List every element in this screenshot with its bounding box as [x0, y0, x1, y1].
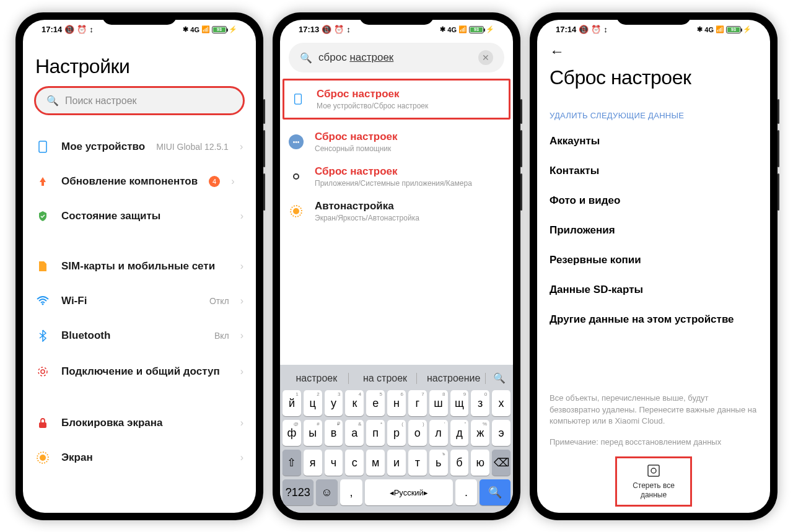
- sync-icon: ↕: [346, 25, 351, 34]
- erase-icon: [647, 464, 660, 477]
- back-button[interactable]: ←: [550, 37, 758, 60]
- phone-frame-2: 17:13 📵 ⏰ ↕ ✱ 4G 📶 93 ⚡ 🔍 сброс настроек…: [273, 12, 520, 520]
- settings-item-display[interactable]: Экран ›: [35, 440, 243, 475]
- search-icon: 🔍: [46, 95, 59, 107]
- search-result[interactable]: Сброс настроек Приложения/Системные прил…: [289, 159, 504, 194]
- key-а[interactable]: а&: [345, 420, 364, 446]
- key-ш[interactable]: ш8: [429, 390, 448, 416]
- key-э[interactable]: э: [492, 420, 510, 446]
- vibrate-icon: 📵: [64, 25, 74, 34]
- numeric-key[interactable]: ?123: [283, 479, 313, 505]
- key-к[interactable]: к4: [345, 390, 364, 416]
- settings-item-device[interactable]: Мое устройство MIUI Global 12.5.1 ›: [35, 129, 243, 164]
- chevron-icon: ›: [240, 366, 243, 377]
- status-time: 17:14: [556, 25, 576, 34]
- settings-item-bluetooth[interactable]: Bluetooth Вкл ›: [35, 318, 243, 353]
- settings-item-share[interactable]: Подключение и общий доступ ›: [35, 353, 243, 390]
- key-р[interactable]: р(: [387, 420, 406, 446]
- chevron-icon: ›: [240, 330, 243, 341]
- period-key[interactable]: .: [455, 479, 478, 505]
- search-input[interactable]: 🔍 Поиск настроек: [35, 87, 243, 114]
- search-result[interactable]: ••• Сброс настроек Сенсорный помощник: [289, 124, 504, 159]
- bluetooth-icon: ✱: [697, 25, 703, 33]
- svg-point-3: [38, 367, 47, 376]
- key-я[interactable]: я: [304, 450, 322, 476]
- key-ч[interactable]: ч: [325, 450, 343, 476]
- key-м[interactable]: м: [366, 450, 385, 476]
- keyboard-row-3: ⇧ ячсмитьъбю ⌫: [283, 450, 510, 476]
- bluetooth-icon: [35, 328, 50, 343]
- chevron-icon: ›: [240, 261, 243, 272]
- key-у[interactable]: у3: [325, 390, 343, 416]
- key-е[interactable]: е5: [366, 390, 385, 416]
- key-г[interactable]: г7: [408, 390, 427, 416]
- space-key[interactable]: ◂ Русский ▸: [365, 479, 453, 505]
- chevron-icon: ›: [231, 176, 234, 187]
- vibrate-icon: 📵: [579, 25, 589, 34]
- key-л[interactable]: л': [429, 420, 448, 446]
- key-ж[interactable]: ж%: [471, 420, 489, 446]
- key-ь[interactable]: ьъ: [429, 450, 448, 476]
- key-в[interactable]: в₽: [325, 420, 343, 446]
- chevron-icon: ›: [240, 452, 243, 463]
- key-с[interactable]: с: [345, 450, 364, 476]
- footer-warning: Все объекты, перечисленные выше, будут б…: [550, 390, 758, 429]
- search-result-highlighted[interactable]: Сброс настроек Мое устройство/Сброс наст…: [283, 79, 510, 120]
- network-icon: 4G: [447, 26, 457, 33]
- charging-icon: ⚡: [486, 25, 494, 33]
- suggestion[interactable]: на строек: [354, 373, 418, 384]
- section-header: УДАЛИТЬ СЛЕДУЮЩИЕ ДАННЫЕ: [550, 111, 758, 120]
- search-result[interactable]: Автонастройка Экран/Яркость/Автонастройк…: [289, 194, 504, 229]
- reset-item: Фото и видео: [550, 186, 758, 216]
- shift-key[interactable]: ⇧: [283, 450, 301, 476]
- search-placeholder: Поиск настроек: [65, 95, 137, 107]
- settings-item-update[interactable]: Обновление компонентов 4 ›: [35, 164, 243, 199]
- key-ф[interactable]: ф@: [283, 420, 301, 446]
- emoji-key[interactable]: ☺: [316, 479, 338, 505]
- settings-item-security[interactable]: Состояние защиты ›: [35, 199, 243, 233]
- suggestion[interactable]: настроек: [285, 373, 349, 384]
- key-й[interactable]: й1: [283, 390, 301, 416]
- brightness-icon: [289, 204, 304, 219]
- key-щ[interactable]: щ9: [450, 390, 469, 416]
- search-icon: 🔍: [300, 52, 312, 64]
- camera-icon: [289, 169, 304, 184]
- keyboard-row-1: й1ц2у3к4е5н6г7ш8щ9з0х: [283, 390, 510, 416]
- key-ц[interactable]: ц2: [304, 390, 322, 416]
- reset-item: Контакты: [550, 156, 758, 186]
- settings-item-sim[interactable]: SIM-карты и мобильные сети ›: [35, 249, 243, 284]
- reset-item: Аккаунты: [550, 126, 758, 156]
- key-н[interactable]: н6: [387, 390, 406, 416]
- key-и[interactable]: и: [387, 450, 406, 476]
- erase-all-button[interactable]: Стереть все данные: [616, 458, 691, 505]
- comma-key[interactable]: ,: [340, 479, 362, 505]
- key-ю[interactable]: ю: [471, 450, 489, 476]
- phone-frame-3: 17:14 📵 ⏰ ↕ ✱ 4G 📶 93 ⚡ ← Сброс настроек…: [530, 12, 778, 520]
- search-key[interactable]: 🔍: [480, 479, 510, 505]
- search-input[interactable]: 🔍 сброс настроек ✕: [289, 43, 504, 72]
- key-з[interactable]: з0: [471, 390, 489, 416]
- status-time: 17:13: [299, 25, 319, 34]
- battery-icon: 93: [469, 26, 484, 33]
- signal-icon: 📶: [716, 25, 724, 33]
- settings-item-lock[interactable]: Блокировка экрана ›: [35, 406, 243, 440]
- key-ы[interactable]: ы#: [304, 420, 322, 446]
- settings-item-wifi[interactable]: Wi-Fi Откл ›: [35, 284, 243, 318]
- key-х[interactable]: х: [492, 390, 510, 416]
- search-icon[interactable]: 🔍: [491, 372, 508, 384]
- bluetooth-icon: ✱: [183, 25, 188, 33]
- key-б[interactable]: б: [450, 450, 469, 476]
- reset-item: Резервные копии: [550, 245, 758, 275]
- backspace-key[interactable]: ⌫: [492, 450, 510, 476]
- key-т[interactable]: т: [408, 450, 427, 476]
- chevron-icon: ›: [240, 417, 243, 429]
- page-title: Настройки: [35, 55, 243, 78]
- key-д[interactable]: д": [450, 420, 469, 446]
- key-о[interactable]: о): [408, 420, 427, 446]
- suggestion[interactable]: настроение: [422, 373, 486, 384]
- bluetooth-icon: ✱: [440, 25, 445, 33]
- status-time: 17:14: [42, 25, 62, 34]
- clear-icon[interactable]: ✕: [478, 50, 493, 65]
- key-п[interactable]: п*: [366, 420, 385, 446]
- wifi-icon: [35, 294, 50, 308]
